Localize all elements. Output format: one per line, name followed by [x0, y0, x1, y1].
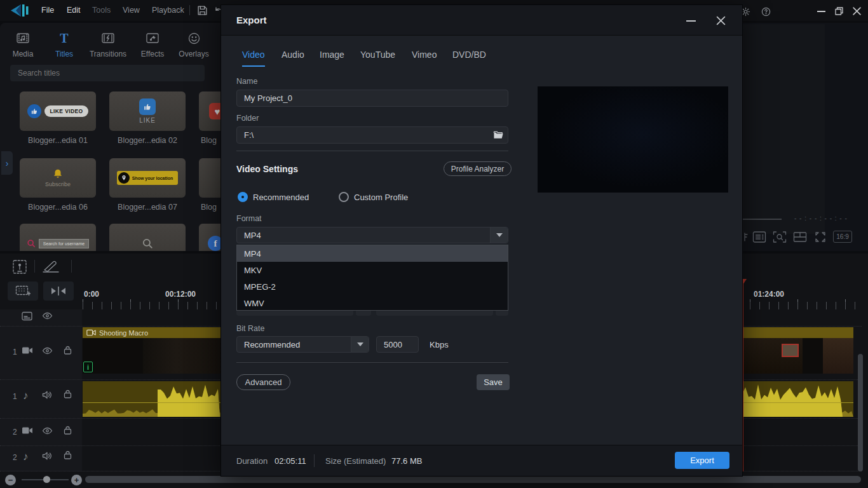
- export-tab-audio[interactable]: Audio: [281, 50, 304, 65]
- titles-icon: T: [42, 30, 86, 46]
- thumbnail-label: Blog: [201, 203, 221, 212]
- export-dialog-header: Export: [221, 5, 742, 36]
- browse-folder-icon[interactable]: [493, 130, 504, 140]
- eye-icon[interactable]: [42, 426, 53, 435]
- filmstrip-frame: [143, 338, 226, 374]
- advanced-button[interactable]: Advanced: [236, 374, 290, 390]
- title-thumbnail-subscribe[interactable]: Subscribe: [20, 158, 96, 198]
- export-tab-vimeo[interactable]: Vimeo: [412, 50, 437, 65]
- dialog-close-icon[interactable]: [716, 16, 726, 25]
- section-divider: [236, 362, 508, 363]
- lock-icon[interactable]: [63, 425, 72, 435]
- tab-transitions[interactable]: Transitions: [86, 30, 130, 58]
- record-tool-icon[interactable]: [11, 259, 28, 275]
- title-thumbnail-like[interactable]: LIKE: [109, 92, 186, 131]
- dialog-minimize-icon[interactable]: [686, 20, 696, 22]
- title-thumbnail-like-video[interactable]: LIKE VIDEO: [20, 92, 96, 131]
- split-screen-icon[interactable]: [792, 229, 808, 245]
- bitrate-select-arrow[interactable]: [351, 337, 369, 352]
- add-placeholder-button[interactable]: [8, 281, 38, 301]
- window-minimize-icon[interactable]: [817, 11, 825, 12]
- vertical-scrollbar[interactable]: [858, 354, 863, 471]
- fullscreen-icon[interactable]: [813, 229, 828, 245]
- ruler-label-right: 01:24:00: [754, 290, 784, 299]
- eye-icon[interactable]: [42, 346, 53, 355]
- toolbar-divider: [189, 5, 190, 15]
- search-input[interactable]: [10, 65, 205, 81]
- razor-tool-icon[interactable]: [42, 260, 61, 274]
- tab-titles[interactable]: T Titles: [42, 30, 86, 58]
- format-option-mpeg2[interactable]: MPEG-2: [237, 278, 508, 295]
- menu-file[interactable]: File: [41, 6, 54, 15]
- title-thumbnail-search-username[interactable]: Search for username: [20, 224, 96, 251]
- panel-collapse-chevron-icon[interactable]: ›: [1, 151, 13, 175]
- speaker-icon[interactable]: [42, 390, 53, 400]
- lock-icon[interactable]: [63, 389, 72, 399]
- duration-value: 02:05:11: [275, 456, 306, 466]
- menu-tools[interactable]: Tools: [92, 6, 111, 15]
- name-field[interactable]: My Project_0: [236, 90, 508, 107]
- title-thumbnail-location[interactable]: Show your location: [109, 158, 186, 198]
- filmstrip-frame: [823, 338, 853, 374]
- tab-overlays[interactable]: Overlays: [172, 30, 216, 58]
- export-dialog: Export Video Audio Image YouTube Vimeo D…: [221, 5, 742, 476]
- title-thumbnail[interactable]: [199, 158, 221, 198]
- clip-info-badge[interactable]: i: [83, 362, 93, 372]
- media-panel: Media T Titles Transitions Effects Overl…: [0, 23, 221, 251]
- seek-bar[interactable]: [742, 219, 782, 220]
- title-thumbnail-heart[interactable]: ♥: [199, 92, 221, 131]
- folder-field[interactable]: F:\: [236, 126, 508, 144]
- format-option-mkv[interactable]: MKV: [237, 262, 508, 278]
- chevron-down-icon: [357, 342, 363, 346]
- custom-profile-radio[interactable]: [339, 192, 349, 202]
- export-tab-youtube[interactable]: YouTube: [360, 50, 395, 65]
- menu-playback[interactable]: Playback: [152, 6, 184, 15]
- window-close-icon[interactable]: [853, 7, 861, 15]
- bitrate-mode-select[interactable]: Recommended: [236, 336, 369, 353]
- save-icon[interactable]: [197, 5, 208, 16]
- export-button[interactable]: Export: [675, 452, 729, 469]
- size-label: Size (Estimated): [325, 456, 386, 466]
- speaker-icon[interactable]: [42, 451, 53, 461]
- tab-transitions-label: Transitions: [86, 50, 130, 58]
- format-option-mp4[interactable]: MP4: [237, 245, 508, 262]
- zoom-preview-icon[interactable]: [772, 229, 787, 245]
- split-clip-button[interactable]: [43, 281, 74, 301]
- export-tab-image[interactable]: Image: [320, 50, 344, 65]
- help-icon[interactable]: [761, 7, 771, 17]
- menu-view[interactable]: View: [123, 6, 140, 15]
- export-tab-video[interactable]: Video: [242, 50, 265, 67]
- aspect-ratio-badge: 16:9: [833, 231, 852, 243]
- title-thumbnail-facebook[interactable]: f: [199, 224, 221, 251]
- format-option-wmv[interactable]: WMV: [237, 295, 508, 311]
- zoom-out-button[interactable]: −: [5, 475, 16, 485]
- menu-edit[interactable]: Edit: [67, 6, 81, 15]
- export-tab-dvdbd[interactable]: DVD/BD: [452, 50, 486, 65]
- tab-effects-label: Effects: [130, 50, 175, 58]
- lock-icon[interactable]: [63, 345, 72, 355]
- settings-gear-icon[interactable]: [741, 7, 750, 17]
- tab-media[interactable]: Media: [1, 30, 45, 58]
- horizontal-scrollbar[interactable]: [85, 476, 861, 483]
- window-restore-icon[interactable]: [835, 7, 843, 15]
- playlist-icon[interactable]: [752, 229, 767, 245]
- tab-effects[interactable]: Effects: [130, 30, 175, 58]
- like-badge: LIKE: [139, 117, 156, 124]
- captions-icon[interactable]: [22, 311, 32, 321]
- eye-icon[interactable]: [42, 311, 53, 320]
- recommended-radio[interactable]: [238, 192, 248, 202]
- zoom-in-button[interactable]: +: [71, 475, 82, 485]
- thumbnail-label: Blogger...edia 07: [106, 203, 189, 212]
- preview-viewport: [742, 24, 825, 234]
- thumbnail-label: Blogger...edia 06: [17, 203, 99, 212]
- title-thumbnail-search[interactable]: [109, 224, 186, 251]
- profile-analyzer-button[interactable]: Profile Analyzer: [444, 161, 512, 176]
- zoom-slider-knob[interactable]: [43, 476, 50, 483]
- bitrate-value-input[interactable]: 5000: [376, 336, 419, 353]
- save-button[interactable]: Save: [477, 374, 510, 390]
- lock-icon[interactable]: [63, 450, 72, 460]
- playhead-line[interactable]: [742, 279, 743, 471]
- format-select-arrow[interactable]: [490, 227, 508, 243]
- format-dropdown-list: MP4 MKV MPEG-2 WMV: [236, 245, 508, 311]
- format-select[interactable]: MP4: [236, 227, 508, 243]
